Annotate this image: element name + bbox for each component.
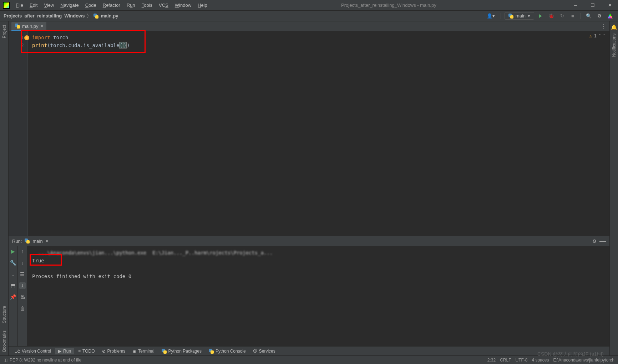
menu-refactor[interactable]: Refactor	[100, 1, 123, 9]
menu-code[interactable]: Code	[82, 1, 99, 9]
run-button[interactable]	[536, 12, 545, 20]
tool-problems[interactable]: ⊘Problems	[99, 348, 128, 354]
prev-problem[interactable]: ˄	[599, 34, 601, 39]
inspection-widget[interactable]: ⚠ 1 ˄ ˅	[589, 34, 605, 39]
soft-wrap-button[interactable]: ☰	[19, 271, 26, 277]
status-message[interactable]: ◫ PEP 8: W292 no newline at end of file	[4, 358, 81, 363]
menu-tools[interactable]: Tools	[139, 1, 155, 9]
maximize-button[interactable]: ☐	[584, 0, 601, 11]
python-file-icon	[93, 14, 98, 19]
window-title: Projects_after_reinstalling_Windows - ma…	[210, 2, 567, 8]
warning-icon: ⚠	[589, 34, 592, 39]
bottom-toolbar: ⎇Version Control ▶Run ≡TODO ⊘Problems ▣T…	[9, 346, 609, 355]
breadcrumb[interactable]: Projects_after_reinstalling_Windows 〉 ma…	[4, 13, 118, 19]
tool-todo[interactable]: ≡TODO	[75, 348, 97, 354]
minimize-button[interactable]: ─	[567, 0, 584, 11]
run-tab-close[interactable]: ×	[46, 238, 49, 244]
run-config-label: main	[516, 13, 526, 19]
code-line-1[interactable]: import torch	[32, 34, 609, 41]
titlebar: File Edit View Navigate Code Refactor Ru…	[0, 0, 618, 11]
run-config-selector[interactable]: main ▾	[505, 12, 534, 20]
rail-notifications[interactable]: Notifications	[612, 30, 617, 60]
editor-area: main.py × ⋮ 1 2 ⚠ 1 ˄ ˅ import torch pri…	[9, 21, 609, 355]
output-blank	[32, 265, 607, 272]
up-arrow-button[interactable]: ↑	[19, 248, 26, 255]
python-icon	[508, 14, 513, 19]
line-number[interactable]: 1	[9, 34, 24, 41]
scroll-end-button[interactable]: ⤓	[19, 282, 26, 289]
output-command-line: ...\Anaconda\envs\jian...\python.exe E:\…	[32, 249, 607, 257]
code-area[interactable]: ⚠ 1 ˄ ˅ import torch print(torch.cuda.is…	[28, 31, 609, 236]
status-indent[interactable]: 4 spaces	[532, 358, 549, 363]
settings-button[interactable]: ⚙	[595, 12, 604, 20]
menu-navigate[interactable]: Navigate	[57, 1, 81, 9]
pycharm-icon	[3, 2, 10, 9]
python-icon	[25, 239, 30, 243]
menu-help[interactable]: Help	[195, 1, 210, 9]
wrench-button[interactable]: 🔧	[10, 260, 16, 266]
main-area: Project Structure Bookmarks main.py × ⋮ …	[0, 21, 618, 355]
next-problem[interactable]: ˅	[603, 34, 605, 39]
tool-run[interactable]: ▶Run	[55, 348, 74, 354]
status-line-separator[interactable]: CRLF	[500, 358, 511, 363]
tool-services[interactable]: ⦿Services	[250, 348, 278, 354]
code-line-2[interactable]: print(torch.cuda.is_available())	[32, 41, 609, 49]
statusbar: ◫ PEP 8: W292 no newline at end of file …	[0, 355, 618, 364]
tool-version-control[interactable]: ⎇Version Control	[12, 348, 54, 354]
run-output[interactable]: ...\Anaconda\envs\jian...\python.exe E:\…	[27, 246, 609, 346]
tool-window-icon[interactable]: ◫	[4, 358, 7, 363]
coverage-button[interactable]: ↻	[558, 12, 566, 20]
rail-bookmarks[interactable]: Bookmarks	[2, 327, 7, 355]
menu-run[interactable]: Run	[124, 1, 138, 9]
menu-view[interactable]: View	[41, 1, 57, 9]
status-interpreter[interactable]: E:\Anaconda\envs\jianfeipytorch	[553, 358, 614, 363]
breadcrumb-file[interactable]: main.py	[101, 13, 118, 19]
rerun-button[interactable]: ▶	[10, 248, 16, 255]
run-tool-window: Run: main × ⚙ — ▶ 🔧 ↓ ⬒ 📌 ↑ ↓	[9, 236, 609, 346]
run-toolbar-2: ↑ ↓ ☰ ⤓ 🖶 🗑	[18, 246, 27, 346]
close-button[interactable]: ✕	[602, 0, 618, 11]
warning-count: 1	[594, 34, 597, 39]
run-hide-button[interactable]: —	[599, 237, 606, 245]
tool-python-console[interactable]: Python Console	[206, 348, 249, 354]
run-header: Run: main × ⚙ —	[9, 236, 609, 246]
line-number[interactable]: 2	[9, 41, 24, 49]
down-button[interactable]: ↓	[10, 271, 16, 277]
python-file-icon	[15, 24, 20, 29]
rail-structure[interactable]: Structure	[2, 302, 7, 327]
editor-body[interactable]: 1 2 ⚠ 1 ˄ ˅ import torch print(torch.cud…	[9, 31, 609, 236]
debug-button[interactable]: 🐞	[547, 12, 556, 20]
code-with-me-button[interactable]: 👤▾	[485, 12, 497, 19]
run-settings-button[interactable]: ⚙	[592, 239, 597, 244]
gradient-button[interactable]	[606, 12, 614, 20]
editor-tab-main[interactable]: main.py ×	[11, 22, 46, 31]
breadcrumb-project[interactable]: Projects_after_reinstalling_Windows	[4, 13, 85, 19]
layout-button[interactable]: ⬒	[10, 282, 16, 289]
print-button[interactable]: 🖶	[19, 294, 26, 300]
notifications-bell-icon[interactable]: 🔔	[611, 24, 617, 30]
menu-file[interactable]: File	[13, 1, 26, 9]
gutter[interactable]: 1 2	[9, 31, 28, 236]
search-everywhere-button[interactable]: 🔍	[584, 12, 593, 20]
down-arrow-button[interactable]: ↓	[19, 260, 26, 266]
menu-edit[interactable]: Edit	[27, 1, 40, 9]
tabbar-more-button[interactable]: ⋮	[601, 23, 607, 30]
tab-close-button[interactable]: ×	[41, 23, 44, 29]
stop-button[interactable]: ■	[568, 12, 577, 20]
left-tool-rail: Project Structure Bookmarks	[0, 21, 9, 355]
output-true: True	[32, 257, 607, 265]
intention-bulb-icon[interactable]	[24, 35, 29, 40]
rail-project[interactable]: Project	[2, 21, 7, 42]
status-encoding[interactable]: UTF-8	[516, 358, 528, 363]
delete-button[interactable]: 🗑	[19, 305, 26, 312]
menu-window[interactable]: Window	[172, 1, 194, 9]
pin-button[interactable]: 📌	[10, 294, 16, 300]
status-text: PEP 8: W292 no newline at end of file	[10, 358, 81, 363]
run-config-name[interactable]: main	[32, 239, 42, 244]
menu-vcs[interactable]: VCS	[156, 1, 171, 9]
python-icon	[162, 349, 167, 354]
run-body: ▶ 🔧 ↓ ⬒ 📌 ↑ ↓ ☰ ⤓ 🖶 🗑 ...\Anaconda\envs\…	[9, 246, 609, 346]
tool-python-packages[interactable]: Python Packages	[159, 348, 204, 354]
status-position[interactable]: 2:32	[487, 358, 496, 363]
tool-terminal[interactable]: ▣Terminal	[130, 348, 157, 354]
